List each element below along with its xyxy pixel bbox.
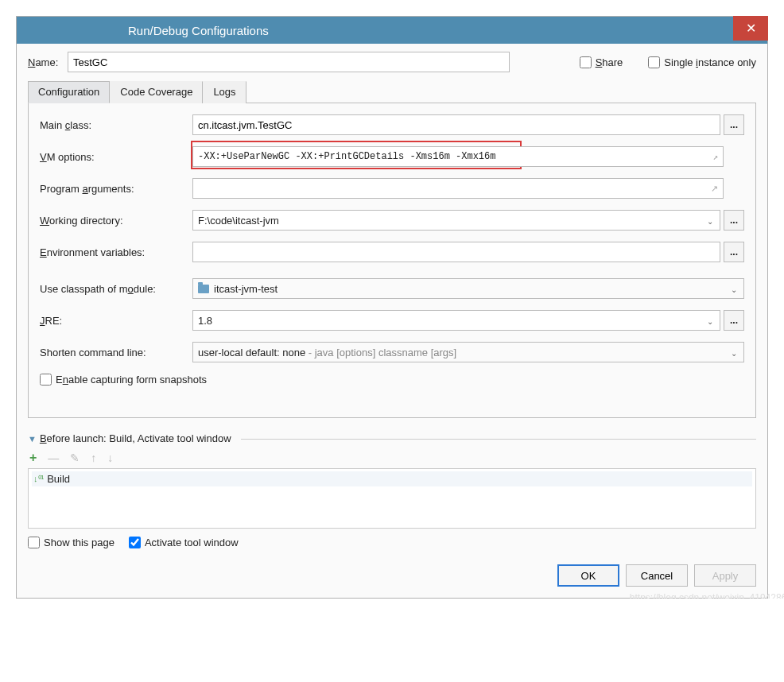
apply-button[interactable]: Apply xyxy=(694,564,756,587)
working-dir-value: F:\code\itcast-jvm xyxy=(198,215,279,227)
jre-row: JRE: 1.8 ⌄ ... xyxy=(40,310,744,331)
vm-options-label: VM options: xyxy=(40,151,192,163)
enable-snapshots-checkbox[interactable]: Enable capturing form snapshots xyxy=(40,374,744,386)
share-checkbox-box[interactable] xyxy=(580,56,592,68)
shorten-value: user-local default: none - java [options… xyxy=(198,347,456,358)
program-args-label: Program arguments: xyxy=(40,183,192,195)
shorten-select[interactable]: user-local default: none - java [options… xyxy=(192,342,744,362)
list-item[interactable]: ↓⁰¹ Build xyxy=(32,471,752,486)
main-class-input[interactable] xyxy=(192,114,720,135)
separator xyxy=(241,439,756,440)
single-instance-checkbox-box[interactable] xyxy=(648,56,660,68)
jre-label: JRE: xyxy=(40,315,192,327)
before-launch-checks: Show this page Activate tool window xyxy=(28,537,756,548)
single-instance-label: Single instance only xyxy=(664,56,756,68)
jre-browse-button[interactable]: ... xyxy=(724,310,744,331)
vm-options-value: -XX:+UseParNewGC -XX:+PrintGCDetails -Xm… xyxy=(198,151,495,162)
ok-button[interactable]: OK xyxy=(557,564,619,587)
classpath-value: itcast-jvm-test xyxy=(214,283,278,295)
enable-snapshots-checkbox-box[interactable] xyxy=(40,374,52,386)
cancel-button[interactable]: Cancel xyxy=(626,564,688,587)
env-vars-label: Environment variables: xyxy=(40,246,192,258)
close-button[interactable]: ✕ xyxy=(733,16,768,41)
classpath-row: Use classpath of module: itcast-jvm-test… xyxy=(40,278,744,299)
show-this-page-checkbox[interactable]: Show this page xyxy=(28,537,114,548)
close-icon: ✕ xyxy=(746,21,756,36)
chevron-down-icon: ⌄ xyxy=(707,317,713,326)
before-launch-section: ▼ Before launch: Build, Activate tool wi… xyxy=(28,432,756,548)
chevron-down-icon: ⌄ xyxy=(731,349,737,358)
working-dir-input[interactable]: F:\code\itcast-jvm ⌄ xyxy=(192,210,720,231)
collapse-triangle-icon: ▼ xyxy=(28,434,37,444)
name-input[interactable] xyxy=(68,52,510,72)
env-vars-input[interactable] xyxy=(192,242,720,262)
run-debug-config-window: Run/Debug Configurations ✕ Name: Share S… xyxy=(16,16,768,599)
before-launch-list[interactable]: ↓⁰¹ Build xyxy=(28,468,756,529)
share-checkbox[interactable]: Share xyxy=(580,56,623,68)
working-dir-browse-button[interactable]: ... xyxy=(724,210,744,231)
name-row: Name: Share Single instance only xyxy=(28,52,756,72)
chevron-down-icon: ⌄ xyxy=(707,217,713,226)
add-button[interactable]: + xyxy=(29,451,37,465)
edit-button[interactable]: ✎ xyxy=(70,451,80,464)
main-class-label: Main class: xyxy=(40,119,192,131)
jre-select[interactable]: 1.8 ⌄ xyxy=(192,310,720,331)
main-class-row: Main class: ... xyxy=(40,114,744,135)
build-icon: ↓⁰¹ xyxy=(33,474,44,484)
enable-snapshots-label: Enable capturing form snapshots xyxy=(56,374,207,386)
main-class-browse-button[interactable]: ... xyxy=(724,114,744,135)
show-this-page-checkbox-box[interactable] xyxy=(28,537,40,548)
env-vars-row: Environment variables: ... xyxy=(40,242,744,262)
classpath-select[interactable]: itcast-jvm-test ⌄ xyxy=(192,278,744,299)
single-instance-checkbox[interactable]: Single instance only xyxy=(648,56,756,68)
titlebar: Run/Debug Configurations ✕ xyxy=(17,17,767,44)
expand-icon: ↗ xyxy=(711,184,718,194)
before-launch-header[interactable]: ▼ Before launch: Build, Activate tool wi… xyxy=(28,432,756,444)
shorten-label: Shorten command line: xyxy=(40,347,192,358)
before-launch-title: Before launch: Build, Activate tool wind… xyxy=(40,432,231,444)
expand-icon: ↗ xyxy=(712,152,718,162)
activate-tool-window-checkbox[interactable]: Activate tool window xyxy=(129,537,239,548)
working-dir-label: Working directory: xyxy=(40,215,192,227)
program-args-row: Program arguments: ↗ xyxy=(40,178,744,199)
module-folder-icon xyxy=(198,285,209,293)
content-area: Name: Share Single instance only Configu… xyxy=(17,44,767,598)
activate-tool-window-label: Activate tool window xyxy=(145,537,239,548)
chevron-down-icon: ⌄ xyxy=(731,285,737,294)
working-dir-row: Working directory: F:\code\itcast-jvm ⌄ … xyxy=(40,210,744,231)
window-title: Run/Debug Configurations xyxy=(128,24,269,37)
tab-code-coverage[interactable]: Code Coverage xyxy=(110,81,203,103)
move-down-button[interactable]: ↓ xyxy=(107,451,113,464)
share-label: Share xyxy=(596,56,623,68)
show-this-page-label: Show this page xyxy=(44,537,114,548)
remove-button[interactable]: — xyxy=(48,451,59,464)
move-up-button[interactable]: ↑ xyxy=(91,451,96,464)
before-launch-toolbar: + — ✎ ↑ ↓ xyxy=(28,448,756,468)
footer-buttons: OK Cancel Apply xyxy=(28,560,756,587)
env-vars-browse-button[interactable]: ... xyxy=(724,242,744,262)
shorten-row: Shorten command line: user-local default… xyxy=(40,342,744,362)
vm-options-row: VM options: -XX:+UseParNewGC -XX:+PrintG… xyxy=(40,146,744,167)
vm-options-input[interactable]: -XX:+UseParNewGC -XX:+PrintGCDetails -Xm… xyxy=(192,146,724,167)
activate-tool-window-checkbox-box[interactable] xyxy=(129,537,141,548)
classpath-label: Use classpath of module: xyxy=(40,283,192,295)
tabs: Configuration Code Coverage Logs xyxy=(28,80,756,103)
jre-value: 1.8 xyxy=(198,315,212,327)
configuration-panel: Main class: ... VM options: -XX:+UseParN… xyxy=(28,103,756,418)
list-item-label: Build xyxy=(47,473,70,485)
name-label: Name: xyxy=(28,56,61,68)
program-args-input[interactable]: ↗ xyxy=(192,178,724,199)
tab-logs[interactable]: Logs xyxy=(203,81,246,103)
tab-configuration[interactable]: Configuration xyxy=(28,81,110,103)
